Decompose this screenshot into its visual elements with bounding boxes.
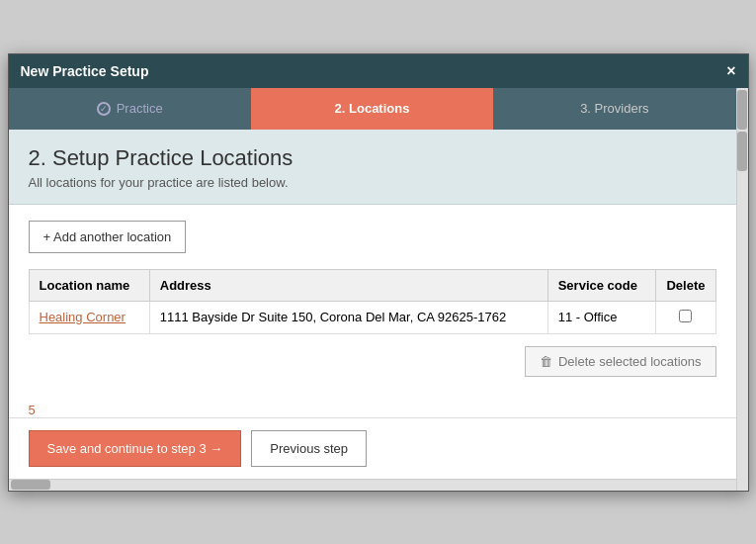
- tab-practice-label: Practice: [117, 101, 163, 116]
- add-location-button[interactable]: + Add another location: [29, 221, 187, 253]
- col-header-name: Location name: [29, 269, 149, 301]
- col-header-delete: Delete: [656, 269, 715, 301]
- tab-practice[interactable]: ✓ Practice: [9, 88, 251, 130]
- col-header-service-code: Service code: [547, 269, 656, 301]
- delete-selected-button[interactable]: 🗑 Delete selected locations: [525, 346, 716, 377]
- close-button[interactable]: ×: [726, 62, 735, 80]
- content-area: 2. Setup Practice Locations All location…: [9, 130, 736, 491]
- delete-checkbox[interactable]: [679, 310, 692, 322]
- scrollbar-bottom[interactable]: [9, 479, 736, 491]
- scrollbar-bottom-thumb: [11, 480, 50, 490]
- table-row: Healing Corner 1111 Bayside Dr Suite 150…: [29, 301, 715, 333]
- scrollbar-right-main[interactable]: [736, 130, 748, 491]
- tabs: ✓ Practice 2. Locations 3. Providers: [9, 88, 736, 130]
- delete-area: 🗑 Delete selected locations: [29, 346, 716, 377]
- page-subtitle: All locations for your practice are list…: [29, 175, 716, 190]
- modal-title: New Practice Setup: [21, 63, 149, 79]
- scrollbar-thumb-main: [737, 132, 747, 171]
- location-address-cell: 1111 Bayside Dr Suite 150, Corona Del Ma…: [149, 301, 547, 333]
- tab-providers[interactable]: 3. Providers: [493, 88, 735, 130]
- page-title: 2. Setup Practice Locations: [29, 145, 716, 171]
- location-name-cell: Healing Corner: [29, 301, 149, 333]
- main-content: 2. Setup Practice Locations All location…: [9, 130, 748, 491]
- footer: Save and continue to step 3 → Previous s…: [9, 417, 736, 479]
- check-circle-icon: ✓: [97, 102, 111, 116]
- page-header: 2. Setup Practice Locations All location…: [9, 130, 736, 205]
- tab-providers-label: 3. Providers: [580, 101, 648, 116]
- modal-header: New Practice Setup ×: [9, 54, 748, 88]
- modal: New Practice Setup × ✓ Practice 2. Locat…: [8, 53, 749, 492]
- tab-locations[interactable]: 2. Locations: [251, 88, 493, 130]
- tab-locations-label: 2. Locations: [335, 101, 410, 116]
- delete-selected-label: Delete selected locations: [558, 354, 702, 369]
- step-number: 5: [29, 403, 36, 417]
- step-indicator: 5: [9, 393, 736, 417]
- col-header-address: Address: [149, 269, 547, 301]
- location-service-code-cell: 11 - Office: [547, 301, 656, 333]
- location-delete-cell: [656, 301, 715, 333]
- locations-table: Location name Address Service code Delet…: [29, 269, 716, 334]
- content-body: + Add another location Location name Add…: [9, 205, 736, 393]
- location-name-link[interactable]: Healing Corner: [40, 310, 126, 324]
- scrollbar-thumb: [737, 90, 747, 130]
- scrollbar-right[interactable]: [736, 88, 748, 130]
- save-continue-button[interactable]: Save and continue to step 3 →: [29, 430, 242, 467]
- previous-step-button[interactable]: Previous step: [251, 430, 367, 467]
- trash-icon: 🗑: [540, 354, 552, 369]
